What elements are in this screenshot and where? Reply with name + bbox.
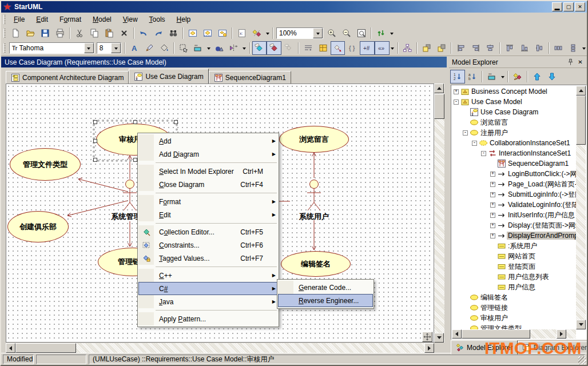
tree-vscroll-thumb[interactable]: [576, 96, 586, 145]
show-stereotype-button[interactable]: «»: [375, 41, 390, 55]
new-button[interactable]: [8, 26, 23, 40]
menu-item-constraints[interactable]: Constraints...Ctrl+F6: [138, 238, 278, 252]
expand-icon[interactable]: +: [490, 202, 495, 208]
panel-close-icon[interactable]: ✕: [575, 58, 585, 67]
expand-icon[interactable]: +: [490, 223, 495, 228]
tree-item-网站首页[interactable]: 网站首页: [452, 251, 576, 261]
tree-item-use-case-model[interactable]: -Use Case Model: [452, 97, 576, 107]
tree-scroll-right-button[interactable]: [557, 329, 566, 339]
tree-item-审核用户[interactable]: 审核用户: [452, 313, 576, 323]
expand-icon[interactable]: +: [490, 172, 495, 177]
word-wrap-button[interactable]: [301, 41, 316, 55]
font-size-combo[interactable]: 8: [97, 42, 122, 54]
dropdown-arrow-icon[interactable]: [388, 27, 395, 39]
minimize-button[interactable]: ▬: [552, 2, 562, 11]
tree-item-page-load-网站首页[interactable]: +Page_Load:(网站首页->: [452, 179, 576, 189]
delete-button[interactable]: [117, 26, 132, 40]
dropdown-arrow-icon[interactable]: [581, 42, 587, 54]
menu-edit[interactable]: Edit: [30, 14, 54, 25]
menu-item-edit[interactable]: Edit▶: [138, 208, 278, 221]
combo-dropdown-button[interactable]: [313, 28, 323, 38]
space-equally-across-button[interactable]: [551, 41, 566, 55]
dropdown-arrow-icon[interactable]: [264, 27, 271, 39]
menu-item-add[interactable]: Add▶: [138, 134, 278, 148]
canvas-scroll-right-button[interactable]: [424, 343, 434, 353]
tree-item-business-concept-model[interactable]: +Business Concept Model: [452, 86, 576, 97]
expand-icon[interactable]: +: [454, 89, 459, 94]
move-down-button[interactable]: [545, 70, 559, 83]
menu-format[interactable]: Format: [54, 14, 87, 25]
cut-button[interactable]: [72, 26, 87, 40]
selection-handle[interactable]: [93, 120, 97, 124]
tree-item-管理文件类型[interactable]: 管理文件类型: [452, 323, 576, 329]
tree-item-登陆页面[interactable]: 登陆页面: [452, 261, 576, 272]
tree-scroll-down-button[interactable]: [576, 320, 586, 329]
expand-icon[interactable]: +: [490, 192, 495, 197]
find-button[interactable]: [166, 26, 181, 40]
suppress-literals-button[interactable]: [281, 41, 296, 55]
show-constraint-button[interactable]: { }: [345, 41, 360, 55]
bring-to-front-button[interactable]: [419, 41, 434, 55]
tree-item-inituserinfo-用户信息[interactable]: +InitUserInfo:(用户信息: [452, 210, 576, 220]
menu-item-collection-editor[interactable]: Collection Editor...Ctrl+F5: [138, 225, 278, 238]
canvas-pan-button[interactable]: [422, 332, 432, 342]
collapse-icon[interactable]: -: [454, 100, 459, 105]
dropdown-arrow-icon[interactable]: [241, 42, 248, 54]
tree-item-用户信息[interactable]: 用户信息: [452, 282, 576, 292]
close-button[interactable]: ✕: [575, 2, 585, 11]
undo-button[interactable]: [136, 26, 151, 40]
dropdown-arrow-icon[interactable]: [205, 42, 212, 54]
show-property-button[interactable]: [331, 41, 345, 55]
tree-item-loginbuttonclick-网站[interactable]: +LoginButtonClick:(->网站: [452, 169, 576, 179]
move-up-button[interactable]: [530, 70, 545, 83]
flip-button[interactable]: [227, 41, 241, 55]
menu-item-c#[interactable]: C#▶: [138, 282, 278, 295]
toolbar-grip[interactable]: [3, 43, 6, 53]
stereotype-display-button[interactable]: [510, 70, 525, 83]
line-style-brush-button[interactable]: [142, 41, 157, 55]
fill-color-button[interactable]: [157, 41, 172, 55]
menu-item-select-in-model-explorer[interactable]: Select In Model ExplorerCtrl+M: [138, 165, 278, 178]
tree-item-编辑签名[interactable]: 编辑签名: [452, 292, 576, 303]
menu-item-java[interactable]: Java▶: [138, 295, 278, 308]
suppress-operations-button[interactable]: [267, 41, 281, 55]
line-color-button[interactable]: **: [190, 41, 205, 55]
usecase-管理文件类型[interactable]: 管理文件类型: [10, 148, 81, 181]
tree-item-use-case-diagram[interactable]: Use Case Diagram: [452, 107, 576, 117]
verify-model-button[interactable]: [249, 26, 264, 40]
zoom-out-button[interactable]: [339, 26, 354, 40]
tree-item-interactioninstanceset1[interactable]: -InteractionInstanceSet1: [452, 148, 576, 158]
show-visibility-button[interactable]: +#: [360, 41, 375, 55]
auto-layout-button[interactable]: [400, 41, 415, 55]
menu-item-reverse-engineer[interactable]: Reverse Engineer...: [278, 294, 373, 307]
space-equally-down-button[interactable]: [566, 41, 581, 55]
xml-export-button[interactable]: x:: [235, 26, 249, 40]
menu-view[interactable]: View: [117, 14, 144, 25]
canvas-vscroll-thumb[interactable]: [434, 94, 444, 119]
tree-item-submitlogininfo-登陆[interactable]: +SubmitLoginInfo:(->登陆: [452, 189, 576, 200]
collapse-icon[interactable]: -: [472, 141, 477, 146]
canvas-hscroll-thumb[interactable]: [15, 343, 76, 353]
sort-by-order-button[interactable]: 12: [450, 70, 465, 83]
usecase-编辑签名[interactable]: 编辑签名: [281, 251, 351, 277]
tab-component-architecture-diagram[interactable]: Component Architecture Diagram: [6, 71, 129, 83]
save-button[interactable]: [38, 26, 53, 40]
diagram-overview-button[interactable]: [185, 26, 200, 40]
menubar-grip[interactable]: [3, 15, 6, 24]
menu-tools[interactable]: Tools: [144, 14, 171, 25]
menu-model[interactable]: Model: [87, 14, 117, 25]
selection-handle[interactable]: [93, 158, 97, 162]
diagram-options-button[interactable]: [215, 26, 230, 40]
selection-handle[interactable]: [133, 158, 137, 162]
expand-icon[interactable]: +: [490, 213, 495, 218]
menu-item-add-diagram[interactable]: Add Diagram▶: [138, 148, 278, 161]
canvas-vscrollbar[interactable]: [434, 83, 444, 343]
canvas-scroll-down-button[interactable]: [434, 333, 444, 343]
expand-icon[interactable]: +: [490, 233, 495, 238]
open-button[interactable]: [23, 26, 38, 40]
menu-item-c++[interactable]: C++▶: [138, 269, 278, 282]
tree-item-管理链接[interactable]: 管理链接: [452, 303, 576, 313]
align-middle-button[interactable]: [532, 41, 547, 55]
font-color-button[interactable]: A: [127, 41, 142, 55]
tree-item-display-登陆页面-网站[interactable]: +Display:(登陆页面->网站: [452, 220, 576, 230]
